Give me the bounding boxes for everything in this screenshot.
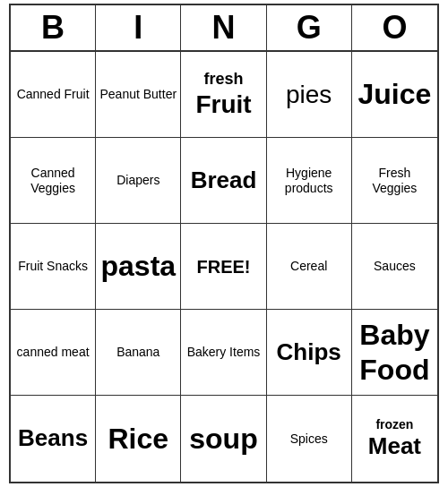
bingo-card: BINGO Canned FruitPeanut ButterfreshFrui…: [9, 4, 439, 483]
bingo-cell: Cereal: [267, 224, 352, 310]
bingo-cell: pasta: [96, 224, 181, 310]
bingo-cell: Chips: [267, 310, 352, 396]
header-letter: G: [267, 5, 352, 50]
bingo-cell: Diapers: [96, 138, 181, 224]
bingo-cell: Juice: [352, 52, 437, 138]
bingo-cell: Canned Veggies: [11, 138, 96, 224]
bingo-header: BINGO: [11, 5, 437, 52]
bingo-cell: frozenMeat: [352, 396, 437, 482]
bingo-cell: freshFruit: [181, 52, 266, 138]
bingo-cell: Fresh Veggies: [352, 138, 437, 224]
bingo-cell: Sauces: [352, 224, 437, 310]
bingo-cell: Fruit Snacks: [11, 224, 96, 310]
bingo-cell: Bread: [181, 138, 266, 224]
bingo-cell: Banana: [96, 310, 181, 396]
bingo-cell: soup: [181, 396, 266, 482]
bingo-cell: Hygiene products: [267, 138, 352, 224]
header-letter: B: [11, 5, 96, 50]
bingo-cell: Spices: [267, 396, 352, 482]
bingo-grid: Canned FruitPeanut ButterfreshFruitpiesJ…: [11, 52, 437, 482]
bingo-cell: pies: [267, 52, 352, 138]
bingo-cell: Bakery Items: [181, 310, 266, 396]
bingo-cell: Baby Food: [352, 310, 437, 396]
bingo-cell: Canned Fruit: [11, 52, 96, 138]
header-letter: I: [96, 5, 181, 50]
bingo-cell: Peanut Butter: [96, 52, 181, 138]
bingo-cell: Beans: [11, 396, 96, 482]
header-letter: O: [352, 5, 437, 50]
bingo-cell: canned meat: [11, 310, 96, 396]
bingo-cell: Rice: [96, 396, 181, 482]
bingo-cell: FREE!: [181, 224, 266, 310]
header-letter: N: [181, 5, 266, 50]
